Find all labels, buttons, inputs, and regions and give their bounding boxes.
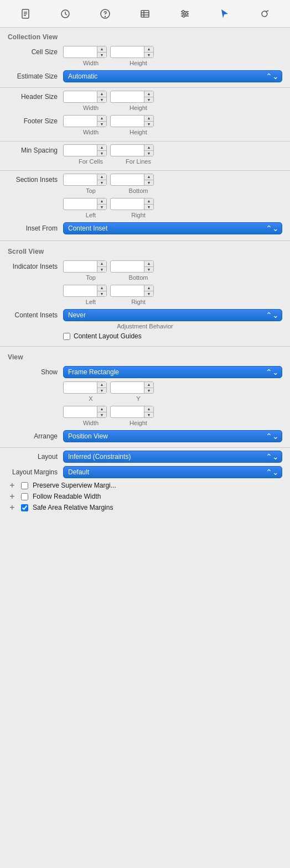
section-insets-top-down[interactable]: ▼ bbox=[97, 180, 106, 186]
indicator-top-down[interactable]: ▼ bbox=[97, 267, 106, 273]
y-down[interactable]: ▼ bbox=[144, 388, 153, 394]
x-down[interactable]: ▼ bbox=[97, 388, 106, 394]
header-height-input[interactable]: 0 bbox=[111, 91, 144, 102]
file-icon[interactable] bbox=[18, 6, 33, 22]
indicator-top-input[interactable]: 0 bbox=[64, 261, 97, 272]
cell-width-down[interactable]: ▼ bbox=[97, 53, 106, 58]
section-insets-bottom-label: Bottom bbox=[116, 187, 160, 194]
preserve-superview-plus-button[interactable]: + bbox=[8, 481, 17, 490]
x-up[interactable]: ▲ bbox=[97, 382, 106, 388]
header-size-sublabels: Width Height bbox=[0, 104, 290, 113]
cell-width-input[interactable]: 128 bbox=[64, 46, 97, 57]
layout-row: Layout Inferred (Constraints) Autoresizi… bbox=[0, 449, 290, 464]
scroll-view-header: Scroll View bbox=[0, 242, 290, 259]
footer-width-down[interactable]: ▼ bbox=[97, 122, 106, 127]
y-up[interactable]: ▲ bbox=[144, 382, 153, 388]
min-spacing-lines-input-group: 10 ▲ ▼ bbox=[110, 144, 154, 156]
indicator-right-input[interactable]: 0 bbox=[111, 285, 144, 296]
cursor-icon[interactable] bbox=[217, 6, 232, 22]
min-spacing-cells-up[interactable]: ▲ bbox=[97, 145, 106, 151]
y-input[interactable]: 0 bbox=[111, 382, 144, 393]
content-layout-guides-label[interactable]: Content Layout Guides bbox=[74, 332, 142, 340]
indicator-top-up[interactable]: ▲ bbox=[97, 261, 106, 267]
footer-width-input[interactable]: 0 bbox=[64, 116, 97, 127]
preserve-superview-checkbox[interactable] bbox=[21, 482, 28, 489]
cell-width-label: Width bbox=[69, 60, 113, 66]
cell-width-up[interactable]: ▲ bbox=[97, 46, 106, 53]
indicator-right-down[interactable]: ▼ bbox=[144, 291, 153, 297]
footer-width-up[interactable]: ▲ bbox=[97, 116, 106, 122]
min-spacing-lines-up[interactable]: ▲ bbox=[144, 145, 153, 151]
height-up[interactable]: ▲ bbox=[144, 406, 153, 412]
section-insets-right-input[interactable]: 0 bbox=[111, 198, 144, 210]
safe-area-checkbox[interactable] bbox=[21, 504, 28, 511]
safe-area-plus-button[interactable]: + bbox=[8, 503, 17, 512]
min-spacing-cells-down[interactable]: ▼ bbox=[97, 151, 106, 156]
indicator-right-label: Right bbox=[116, 299, 160, 305]
indicator-bottom-up[interactable]: ▲ bbox=[144, 261, 153, 267]
indicator-bottom-input[interactable]: 0 bbox=[111, 261, 144, 272]
section-insets-top-input[interactable]: 0 bbox=[64, 174, 97, 185]
show-select[interactable]: Frame Rectangle Bounds Rectangle bbox=[63, 366, 282, 378]
list-icon[interactable] bbox=[137, 6, 153, 22]
cell-height-input[interactable]: 128 bbox=[111, 46, 144, 57]
follow-readable-plus-button[interactable]: + bbox=[8, 492, 17, 501]
header-width-down[interactable]: ▼ bbox=[97, 97, 106, 103]
height-input[interactable]: 448 bbox=[111, 406, 144, 417]
history-icon[interactable] bbox=[58, 6, 73, 22]
x-input[interactable]: 20 bbox=[64, 382, 97, 393]
arrange-select[interactable]: Position View Align Distribute bbox=[63, 430, 282, 442]
section-insets-bottom-input[interactable]: 0 bbox=[111, 174, 144, 185]
indicator-insets-lr-row: 0 ▲ ▼ 0 ▲ ▼ bbox=[0, 283, 290, 299]
min-spacing-lines-down[interactable]: ▼ bbox=[144, 151, 153, 156]
min-spacing-cells-input[interactable]: 10 bbox=[64, 145, 97, 156]
indicator-left-down[interactable]: ▼ bbox=[97, 291, 106, 297]
show-label: Show bbox=[8, 368, 63, 376]
x-input-group: 20 ▲ ▼ bbox=[63, 381, 107, 394]
section-insets-left-up[interactable]: ▲ bbox=[97, 198, 106, 205]
cell-height-up[interactable]: ▲ bbox=[144, 46, 153, 53]
section-insets-left-input[interactable]: 0 bbox=[64, 198, 97, 210]
width-down[interactable]: ▼ bbox=[97, 412, 106, 418]
content-layout-guides-checkbox[interactable] bbox=[63, 333, 70, 340]
indicator-right-up[interactable]: ▲ bbox=[144, 285, 153, 291]
content-insets-select[interactable]: Never Always Automatic bbox=[63, 309, 282, 321]
height-down[interactable]: ▼ bbox=[144, 412, 153, 418]
safe-area-label[interactable]: Safe Area Relative Margins bbox=[33, 504, 113, 511]
indicator-insets-label: Indicator Insets bbox=[8, 263, 63, 270]
indicator-bottom-down[interactable]: ▼ bbox=[144, 267, 153, 273]
footer-height-down[interactable]: ▼ bbox=[144, 122, 153, 127]
footer-height-up[interactable]: ▲ bbox=[144, 116, 153, 122]
footer-height-input[interactable]: 0 bbox=[111, 116, 144, 127]
help-icon[interactable] bbox=[97, 6, 113, 22]
header-height-up[interactable]: ▲ bbox=[144, 91, 153, 97]
indicator-left-input[interactable]: 0 bbox=[64, 285, 97, 296]
cell-height-down[interactable]: ▼ bbox=[144, 53, 153, 58]
header-width-input[interactable]: 0 bbox=[64, 91, 97, 102]
header-width-up[interactable]: ▲ bbox=[97, 91, 106, 97]
section-insets-bottom-up[interactable]: ▲ bbox=[144, 174, 153, 180]
section-insets-right-down[interactable]: ▼ bbox=[144, 205, 153, 210]
follow-readable-label[interactable]: Follow Readable Width bbox=[33, 493, 101, 500]
inset-from-select[interactable]: Content Inset Safe Area Edges bbox=[63, 222, 282, 234]
svg-marker-17 bbox=[221, 9, 228, 18]
cell-size-sublabels: Width Height bbox=[0, 60, 290, 69]
follow-readable-checkbox[interactable] bbox=[21, 493, 28, 500]
indicator-insets-tb-inputs: 0 ▲ ▼ 0 ▲ ▼ bbox=[63, 260, 282, 273]
layout-select[interactable]: Inferred (Constraints) Autoresizing Mask bbox=[63, 451, 282, 463]
section-insets-right-up[interactable]: ▲ bbox=[144, 198, 153, 205]
section-insets-left-down[interactable]: ▼ bbox=[97, 205, 106, 210]
width-up[interactable]: ▲ bbox=[97, 406, 106, 412]
indicator-top-stepper: ▲ ▼ bbox=[97, 261, 106, 272]
rotate-icon[interactable] bbox=[257, 6, 272, 22]
indicator-left-up[interactable]: ▲ bbox=[97, 285, 106, 291]
layout-margins-select[interactable]: Default Fixed Language Directional bbox=[63, 466, 282, 478]
sliders-icon[interactable] bbox=[177, 6, 193, 22]
width-input[interactable]: 374 bbox=[64, 406, 97, 417]
section-insets-top-up[interactable]: ▲ bbox=[97, 174, 106, 180]
section-insets-bottom-down[interactable]: ▼ bbox=[144, 180, 153, 186]
estimate-size-select[interactable]: Automatic Fixed bbox=[63, 70, 282, 82]
preserve-superview-label[interactable]: Preserve Superview Margi... bbox=[33, 482, 116, 489]
min-spacing-lines-input[interactable]: 10 bbox=[111, 145, 144, 156]
header-height-down[interactable]: ▼ bbox=[144, 97, 153, 103]
